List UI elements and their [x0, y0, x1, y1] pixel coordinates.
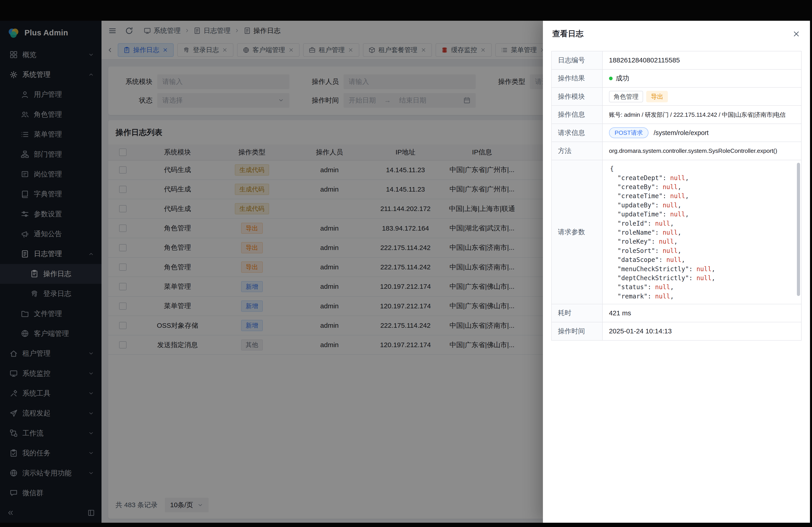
- detail-label: 操作时间: [552, 322, 603, 340]
- operation-time-value: 2025-01-24 10:14:13: [603, 322, 801, 340]
- detail-label: 操作结果: [552, 70, 603, 87]
- detail-label: 请求参数: [552, 160, 603, 304]
- detail-label: 日志编号: [552, 51, 603, 69]
- app-window: Plus Admin 概览系统管理用户管理角色管理菜单管理部门管理岗位管理字典管…: [0, 21, 810, 523]
- operation-info-value: 账号: admin / 研发部门 / 222.175.114.242 / 中国|…: [603, 106, 801, 123]
- scrollbar-thumb[interactable]: [797, 163, 800, 296]
- log-detail-drawer: 查看日志 日志编号 1882612840802115585 操作结果 成功 操作…: [543, 21, 810, 523]
- detail-row-result: 操作结果 成功: [552, 70, 801, 88]
- duration-value: 421 ms: [603, 304, 801, 322]
- json-code-block[interactable]: { "createDept": null, "createBy": null, …: [603, 160, 801, 304]
- detail-label: 耗时: [552, 304, 603, 322]
- detail-label: 操作模块: [552, 88, 603, 105]
- screen: Plus Admin 概览系统管理用户管理角色管理菜单管理部门管理岗位管理字典管…: [0, 0, 812, 527]
- module-tag: 角色管理: [609, 91, 643, 102]
- detail-row-log-id: 日志编号 1882612840802115585: [552, 51, 801, 70]
- request-info-value: POST请求 /system/role/export: [603, 124, 801, 141]
- status-dot: [609, 77, 613, 80]
- detail-row-module: 操作模块 角色管理导出: [552, 88, 801, 106]
- detail-row-op-time: 操作时间 2025-01-24 10:14:13: [552, 322, 801, 340]
- detail-row-method: 方法 org.dromara.system.controller.system.…: [552, 142, 801, 160]
- detail-label: 请求信息: [552, 124, 603, 141]
- detail-row-info: 操作信息 账号: admin / 研发部门 / 222.175.114.242 …: [552, 106, 801, 124]
- method-value: org.dromara.system.controller.system.Sys…: [603, 142, 801, 160]
- result-value: 成功: [603, 70, 801, 87]
- detail-row-duration: 耗时 421 ms: [552, 304, 801, 322]
- drawer-header: 查看日志: [543, 21, 810, 47]
- detail-row-request: 请求信息 POST请求 /system/role/export: [552, 124, 801, 142]
- drawer-title: 查看日志: [552, 29, 583, 39]
- detail-label: 方法: [552, 142, 603, 160]
- status-text: 成功: [616, 74, 629, 83]
- request-path: /system/role/export: [654, 129, 709, 137]
- detail-label: 操作信息: [552, 106, 603, 123]
- log-detail-table: 日志编号 1882612840802115585 操作结果 成功 操作模块 角色…: [551, 51, 802, 341]
- detail-row-params: 请求参数 { "createDept": null, "createBy": n…: [552, 160, 801, 304]
- http-method-tag: POST请求: [609, 127, 649, 138]
- module-tag: 导出: [646, 91, 668, 102]
- log-id-value: 1882612840802115585: [603, 51, 801, 69]
- module-tags: 角色管理导出: [603, 88, 801, 105]
- request-params-value: { "createDept": null, "createBy": null, …: [603, 160, 801, 304]
- close-icon[interactable]: [792, 30, 800, 38]
